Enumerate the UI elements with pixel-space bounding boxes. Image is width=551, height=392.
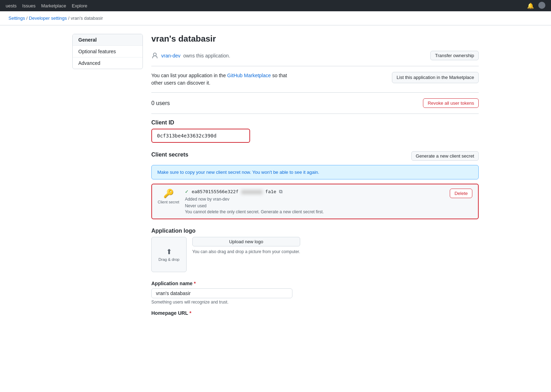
revoke-tokens-button[interactable]: Revoke all user tokens xyxy=(423,98,479,108)
sidebar-item-general[interactable]: General xyxy=(73,34,143,46)
users-count: 0 users xyxy=(151,100,170,106)
client-id-section: Client ID 0cf313be4e33632c390d xyxy=(151,120,479,143)
upload-icon: ⬆ xyxy=(166,247,172,256)
required-star: * xyxy=(194,281,196,286)
sidebar: General Optional features Advanced xyxy=(72,34,143,69)
sidebar-item-advanced[interactable]: Advanced xyxy=(73,57,143,69)
nav-item-explore[interactable]: Explore xyxy=(72,3,87,8)
github-marketplace-link[interactable]: GitHub Marketplace xyxy=(227,73,271,78)
owner-username-link[interactable]: vran-dev xyxy=(161,53,180,59)
key-icon: 🔑 xyxy=(163,189,174,198)
list-marketplace-button[interactable]: List this application in the Marketplace xyxy=(392,72,479,83)
client-id-heading: Client ID xyxy=(151,120,479,126)
app-name-input[interactable] xyxy=(151,288,292,298)
secret-value-row: ✓ ea8570155566e322f fa1e ⧉ xyxy=(185,189,444,195)
breadcrumb-sep-2: / xyxy=(68,16,69,21)
drag-drop-label: Drag & drop xyxy=(158,257,179,262)
users-row: 0 users Revoke all user tokens xyxy=(151,98,479,114)
logo-dropzone[interactable]: ⬆ Drag & drop xyxy=(151,237,187,272)
secret-value-blurred xyxy=(241,190,262,194)
app-name-hint: Something users will recognize and trust… xyxy=(151,300,479,305)
app-name-label: Application name * xyxy=(151,281,479,286)
nav-item-issues[interactable]: Issues xyxy=(22,3,36,8)
logo-upload-right: Upload new logo You can also drag and dr… xyxy=(192,237,300,254)
homepage-url-label: Homepage URL * xyxy=(151,310,479,316)
secret-warning: You cannot delete the only client secret… xyxy=(185,209,444,214)
page-layout: General Optional features Advanced vran'… xyxy=(64,34,487,321)
logo-upload-area: ⬆ Drag & drop Upload new logo You can al… xyxy=(151,237,479,272)
breadcrumb: Settings / Developer settings / vran's d… xyxy=(0,11,551,25)
secret-icon-label: Client secret xyxy=(158,200,179,204)
homepage-url-form-group: Homepage URL * xyxy=(151,310,479,316)
topnav-right: 🔔 xyxy=(527,2,545,10)
sidebar-item-optional-features[interactable]: Optional features xyxy=(73,46,143,57)
secret-value-text: ea8570155566e322f fa1e xyxy=(192,189,276,194)
generate-secret-button[interactable]: Generate a new client secret xyxy=(411,151,479,161)
secret-icon-area: 🔑 Client secret xyxy=(158,189,179,204)
ownership-info: vran-dev owns this application. xyxy=(151,52,230,59)
ownership-row: vran-dev owns this application. Transfer… xyxy=(151,51,479,66)
copy-secret-banner: Make sure to copy your new client secret… xyxy=(151,165,479,179)
marketplace-text: You can list your application in the Git… xyxy=(151,72,292,87)
breadcrumb-settings[interactable]: Settings xyxy=(8,16,25,21)
app-logo-section: Application logo ⬆ Drag & drop Upload ne… xyxy=(151,228,479,272)
user-menu[interactable] xyxy=(538,2,545,10)
secret-actions: Delete xyxy=(450,189,472,198)
owner-text: owns this application. xyxy=(183,53,230,59)
upload-logo-button[interactable]: Upload new logo xyxy=(192,237,300,246)
breadcrumb-developer-settings[interactable]: Developer settings xyxy=(29,16,67,21)
avatar xyxy=(538,2,545,9)
app-logo-heading: Application logo xyxy=(151,228,479,234)
homepage-required-star: * xyxy=(189,310,191,316)
transfer-ownership-button[interactable]: Transfer ownership xyxy=(430,51,479,60)
app-name-form-group: Application name * Something users will … xyxy=(151,281,479,305)
secret-item: 🔑 Client secret ✓ ea8570155566e322f fa1e… xyxy=(151,184,479,219)
copy-icon[interactable]: ⧉ xyxy=(279,189,283,195)
secret-details: ✓ ea8570155566e322f fa1e ⧉ Added now by … xyxy=(185,189,444,214)
logo-hint: You can also drag and drop a picture fro… xyxy=(192,249,300,254)
client-secrets-heading: Client secrets xyxy=(151,152,188,158)
app-title: vran's databasir xyxy=(151,34,479,44)
secrets-header: Client secrets Generate a new client sec… xyxy=(151,151,479,161)
marketplace-row: You can list your application in the Git… xyxy=(151,72,479,93)
client-id-value[interactable]: 0cf313be4e33632c390d xyxy=(151,129,250,143)
notifications-icon[interactable]: 🔔 xyxy=(527,2,534,9)
delete-secret-button[interactable]: Delete xyxy=(450,189,472,198)
nav-item-guests[interactable]: uests xyxy=(6,3,17,8)
client-secrets-section: Client secrets Generate a new client sec… xyxy=(151,151,479,219)
breadcrumb-sep-1: / xyxy=(26,16,28,21)
main-content: vran's databasir vran-dev owns this appl… xyxy=(151,34,479,321)
breadcrumb-app-name: vran's databasir xyxy=(71,16,103,21)
person-icon xyxy=(151,52,158,59)
secret-meta: Added now by vran-dev Never used xyxy=(185,196,444,209)
check-icon: ✓ xyxy=(185,189,189,194)
top-navigation: uests Issues Marketplace Explore 🔔 xyxy=(0,0,551,11)
nav-item-marketplace[interactable]: Marketplace xyxy=(41,3,66,8)
